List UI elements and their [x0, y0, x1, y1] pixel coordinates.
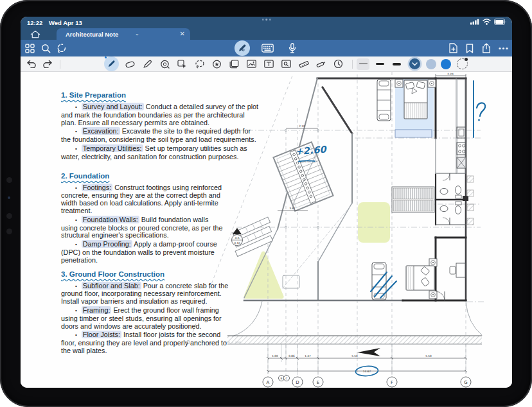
lasso-icon[interactable] [55, 42, 68, 55]
svg-text:1.00: 1.00 [272, 354, 278, 358]
note-heading-2: 2. Foundation [61, 172, 226, 180]
tab-bar: Architectural Note ⌄ ✕ [21, 28, 512, 40]
highlighter-tool-icon[interactable] [141, 58, 154, 70]
color-navy-selected[interactable] [409, 58, 420, 69]
color-bright-blue[interactable] [441, 59, 451, 69]
svg-text:A: A [267, 380, 270, 385]
main-toolbar [21, 40, 512, 56]
note-heading-1: 1. Site Preparation [61, 91, 260, 99]
image-tool-icon[interactable] [245, 58, 258, 70]
chevron-down-icon[interactable]: ⌄ [135, 31, 139, 37]
timer-tool-icon[interactable] [332, 58, 344, 70]
note-item: Floor Joists: Install floor joists for t… [61, 331, 233, 354]
redo-icon[interactable] [41, 58, 53, 70]
eraser-tool-icon[interactable] [124, 58, 136, 70]
ground-hatch [227, 336, 482, 356]
svg-text:E: E [317, 380, 319, 385]
furniture [372, 80, 474, 300]
svg-text:5.50: 5.50 [425, 354, 432, 358]
svg-text:3.67: 3.67 [289, 207, 296, 210]
share-icon[interactable] [480, 42, 493, 55]
thickness-medium[interactable] [373, 58, 386, 70]
note-item: Survey and Layout: Conduct a detailed su… [61, 103, 260, 126]
svg-text:14.67: 14.67 [363, 370, 371, 373]
note-page-canvas[interactable]: A-A A-12 [21, 72, 512, 388]
note-item: Foundation Walls: Build foundation walls… [61, 216, 226, 239]
home-icon[interactable] [28, 30, 42, 39]
color-pale-blue[interactable] [426, 59, 436, 69]
handwritten-ink: +2.60 +0.00 [295, 81, 485, 377]
wifi-icon [483, 19, 491, 25]
cellular-signal-icon [470, 19, 479, 25]
notes-text: 1. Site Preparation Survey and Layout: C… [61, 91, 260, 356]
ink-elevation: +2.60 [295, 144, 328, 157]
note-section-1: 1. Site Preparation Survey and Layout: C… [61, 91, 260, 161]
lasso-tool-icon[interactable] [193, 58, 206, 70]
pages-tool-icon[interactable] [228, 58, 240, 70]
add-page-icon[interactable] [447, 42, 459, 55]
smart-pen-tool-icon[interactable] [315, 58, 327, 70]
note-heading-3: 3. Ground Floor Construction [61, 270, 233, 278]
svg-text:D: D [296, 380, 299, 385]
stickers-tool-icon[interactable] [211, 58, 223, 70]
search-icon[interactable] [39, 42, 52, 55]
svg-text:1.47: 1.47 [305, 354, 311, 358]
svg-text:C: C [286, 377, 288, 380]
battery-icon [494, 19, 507, 25]
svg-text:0.86: 0.86 [288, 354, 295, 358]
status-bar: 12:22 Wed Apr 13 [21, 17, 512, 28]
note-item: Damp Proofing: Apply a damp-proof course… [61, 241, 226, 264]
note-item: Excavation: Excavate the site to the req… [61, 128, 260, 144]
sensor-dot [8, 196, 10, 199]
undo-icon[interactable] [25, 58, 37, 70]
more-icon[interactable] [497, 42, 510, 55]
svg-text:F: F [391, 380, 393, 385]
scan-tool-icon[interactable] [280, 58, 292, 70]
thickness-thin[interactable] [357, 58, 369, 70]
svg-text:2.10: 2.10 [299, 125, 305, 128]
bookmark-icon[interactable] [463, 42, 476, 55]
text-tool-icon[interactable] [263, 58, 275, 70]
svg-text:5.50: 5.50 [351, 354, 358, 358]
clock-time: 12:22 [27, 19, 42, 26]
tab-title: Architectural Note [66, 31, 118, 38]
ink-question-mark [477, 103, 485, 121]
select-tool-icon[interactable] [176, 58, 188, 70]
keyboard-icon[interactable] [262, 42, 274, 55]
svg-text:B: B [281, 377, 283, 380]
thickness-thick[interactable] [390, 58, 403, 70]
note-item: Temporary Utilities: Set up temporary ut… [61, 145, 260, 161]
note-section-3: 3. Ground Floor Construction Subfloor an… [61, 270, 233, 355]
multitask-dots [262, 19, 271, 21]
note-item: Framing: Erect the ground floor wall fra… [61, 307, 233, 330]
pen-mode-icon[interactable] [235, 40, 250, 56]
shapes-tool-icon[interactable] [159, 58, 171, 70]
front-camera [6, 177, 12, 183]
svg-text:2.20: 2.20 [447, 73, 454, 76]
close-tab-icon[interactable]: ✕ [180, 30, 185, 37]
ipad-frame: 12:22 Wed Apr 13 Architectural Note ⌄ ✕ [0, 0, 532, 407]
svg-text:G: G [464, 380, 467, 385]
sensor-dot2 [6, 213, 12, 219]
sensor-dot3 [6, 229, 12, 234]
note-item: Subfloor and Slab: Pour a concrete slab … [61, 282, 233, 306]
note-section-2: 2. Foundation Footings: Construct footin… [61, 172, 226, 264]
screen: 12:22 Wed Apr 13 Architectural Note ⌄ ✕ [21, 17, 512, 388]
note-item: Footings: Construct footings using reinf… [61, 184, 226, 215]
clock-date: Wed Apr 13 [49, 19, 82, 26]
grid-bubbles: A B C D E F G [263, 376, 471, 388]
microphone-icon[interactable] [286, 42, 299, 55]
pen-tool-icon[interactable] [104, 56, 119, 71]
ruler-tool-icon[interactable] [297, 58, 310, 70]
tool-bar [21, 56, 512, 72]
color-wheel-icon[interactable] [457, 58, 468, 69]
thumbnails-grid-icon[interactable] [23, 42, 36, 55]
tab-architectural-note[interactable]: Architectural Note ⌄ ✕ [57, 28, 190, 40]
